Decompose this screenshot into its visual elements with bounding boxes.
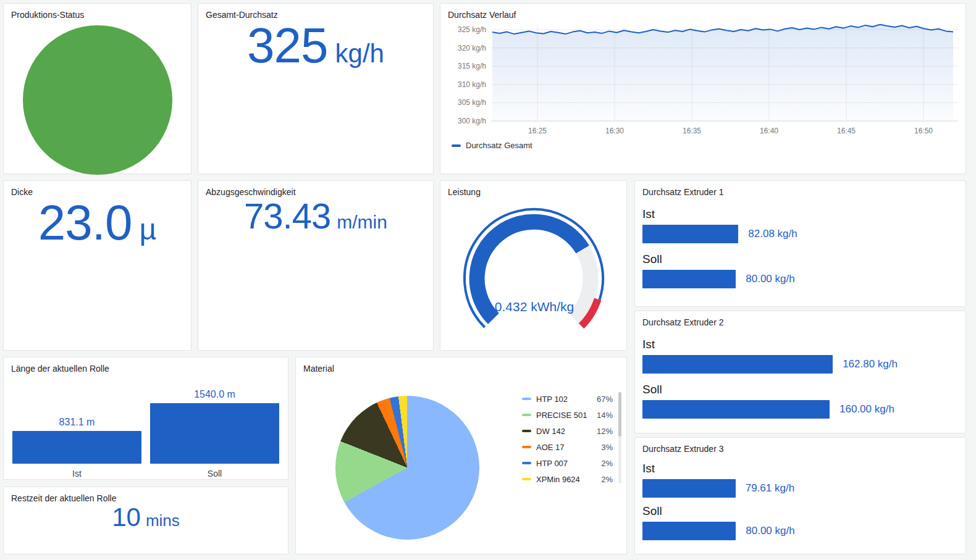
ist-bar bbox=[642, 225, 738, 243]
legend-percent: 2% bbox=[601, 475, 613, 484]
legend-scrollbar-thumb[interactable] bbox=[618, 392, 621, 437]
bargauge-row: 162.80 kg/h bbox=[642, 355, 958, 374]
stat-unit: mins bbox=[146, 511, 180, 530]
stat-value: 10 bbox=[112, 504, 141, 530]
status-indicator-circle bbox=[23, 25, 172, 175]
bargauge-label-soll: Soll bbox=[642, 504, 958, 518]
ist-bar bbox=[642, 355, 833, 374]
series-color-dash-icon bbox=[452, 144, 461, 147]
panel-title: Durchsatz Extruder 3 bbox=[642, 443, 958, 455]
svg-text:310 kg/h: 310 kg/h bbox=[458, 80, 486, 89]
soll-value: 160.00 kg/h bbox=[839, 403, 894, 416]
stat-unit: kg/h bbox=[335, 39, 384, 69]
legend-item[interactable]: XPMin 9624 2% bbox=[522, 471, 613, 487]
bargauge-label-soll: Soll bbox=[642, 383, 958, 396]
stat-value-group: 325 kg/h bbox=[206, 21, 426, 169]
legend-item[interactable]: DW 142 12% bbox=[522, 423, 613, 439]
timeseries-legend-item[interactable]: Durchsatz Gesamt bbox=[452, 141, 958, 150]
legend-label: PRECISE 501 bbox=[536, 411, 587, 420]
category-label-soll: Soll bbox=[150, 469, 279, 479]
gauge-canvas bbox=[448, 201, 621, 344]
pie-chart bbox=[335, 396, 479, 540]
gauge-value: 0.432 kWh/kg bbox=[448, 299, 621, 314]
svg-text:16:50: 16:50 bbox=[914, 127, 933, 135]
soll-value: 80.00 kg/h bbox=[746, 273, 794, 285]
bar-column-soll: 1540.0 m bbox=[150, 389, 279, 464]
panel-title: Produktions-Status bbox=[11, 9, 183, 21]
bargauge-label-soll: Soll bbox=[642, 253, 958, 266]
timeseries-chart-canvas[interactable]: 325 kg/h320 kg/h315 kg/h310 kg/h305 kg/h… bbox=[448, 22, 958, 138]
legend-color-dash-icon bbox=[522, 462, 531, 464]
panel-dicke: Dicke 23.0 µ bbox=[3, 180, 191, 351]
stat-unit: m/min bbox=[337, 212, 387, 233]
bargauge-label-ist: Ist bbox=[642, 207, 958, 221]
legend-label: HTP 102 bbox=[536, 395, 568, 404]
svg-text:320 kg/h: 320 kg/h bbox=[458, 44, 486, 52]
svg-text:16:35: 16:35 bbox=[683, 127, 701, 135]
svg-text:325 kg/h: 325 kg/h bbox=[458, 25, 486, 34]
series-legend-label: Durchsatz Gesamt bbox=[466, 141, 532, 150]
panel-title: Länge der aktuellen Rolle bbox=[11, 362, 280, 375]
legend-item[interactable]: PRECISE 501 14% bbox=[522, 407, 613, 423]
svg-text:300 kg/h: 300 kg/h bbox=[458, 117, 486, 125]
soll-bar bbox=[150, 403, 279, 464]
soll-bar bbox=[642, 522, 736, 540]
bargauge-row: 160.00 kg/h bbox=[642, 400, 958, 419]
svg-text:16:45: 16:45 bbox=[837, 127, 856, 135]
soll-bar bbox=[642, 400, 830, 419]
legend-color-dash-icon bbox=[522, 430, 531, 432]
gauge-chart: 0.432 kWh/kg bbox=[448, 201, 621, 344]
legend-percent: 2% bbox=[601, 459, 613, 468]
ist-bar bbox=[12, 431, 141, 464]
bargauge-row: 80.00 kg/h bbox=[642, 270, 958, 288]
bargauge-row: 82.08 kg/h bbox=[642, 225, 958, 243]
bargauge-row: 80.00 kg/h bbox=[642, 522, 958, 540]
svg-text:305 kg/h: 305 kg/h bbox=[458, 98, 486, 107]
soll-value: 80.00 kg/h bbox=[746, 525, 794, 537]
bargauge-label-ist: Ist bbox=[642, 338, 958, 351]
ist-value: 82.08 kg/h bbox=[748, 228, 797, 240]
legend-percent: 67% bbox=[597, 395, 613, 404]
svg-text:16:30: 16:30 bbox=[605, 127, 624, 135]
panel-durchsatz-extruder-3: Durchsatz Extruder 3 Ist 79.61 kg/h Soll… bbox=[634, 437, 966, 554]
legend-item[interactable]: AOE 17 3% bbox=[522, 439, 613, 455]
legend-scrollbar[interactable] bbox=[618, 392, 621, 483]
panel-durchsatz-extruder-2: Durchsatz Extruder 2 Ist 162.80 kg/h Sol… bbox=[634, 311, 966, 433]
bar-value-label: 1540.0 m bbox=[194, 389, 235, 400]
legend-label: HTP 007 bbox=[536, 459, 568, 468]
legend-percent: 3% bbox=[601, 443, 613, 452]
stat-value-group: 10 mins bbox=[11, 504, 280, 549]
panel-produktions-status: Produktions-Status bbox=[3, 3, 191, 174]
panel-gesamt-durchsatz: Gesamt-Durchsatz 325 kg/h bbox=[198, 3, 434, 174]
ist-bar bbox=[642, 479, 736, 498]
legend-percent: 14% bbox=[597, 411, 613, 420]
bar-value-label: 831.1 m bbox=[59, 417, 95, 428]
legend-label: AOE 17 bbox=[536, 443, 565, 452]
ist-value: 79.61 kg/h bbox=[746, 482, 794, 495]
stat-value: 23.0 bbox=[38, 198, 132, 248]
legend-color-dash-icon bbox=[522, 398, 531, 400]
legend-item[interactable]: HTP 007 2% bbox=[522, 455, 613, 471]
bar-column-ist: 831.1 m bbox=[12, 417, 141, 464]
panel-title: Durchsatz Verlauf bbox=[448, 9, 958, 21]
panel-title: Leistung bbox=[448, 186, 619, 198]
panel-restzeit: Restzeit der aktuellen Rolle 10 mins bbox=[3, 487, 288, 554]
bargauge-label-ist: Ist bbox=[642, 462, 958, 475]
svg-text:16:25: 16:25 bbox=[528, 127, 547, 135]
stat-value: 73.43 bbox=[244, 198, 330, 234]
roll-length-bar-chart: 831.1 m 1540.0 m bbox=[11, 377, 280, 464]
legend-color-dash-icon bbox=[522, 414, 531, 416]
bargauge-row: 79.61 kg/h bbox=[642, 479, 958, 498]
soll-bar bbox=[642, 270, 736, 288]
panel-abzugsgeschwindigkeit: Abzugsgeschwindigkeit 73.43 m/min bbox=[198, 180, 434, 351]
legend-item[interactable]: HTP 102 67% bbox=[522, 391, 613, 407]
panel-material: Material HTP 102 67% PRECISE 501 14% DW … bbox=[295, 357, 627, 554]
ist-value: 162.80 kg/h bbox=[843, 358, 898, 370]
panel-leistung: Leistung 0.432 kWh/kg bbox=[440, 180, 627, 351]
panel-title: Restzeit der aktuellen Rolle bbox=[11, 492, 280, 504]
bar-category-axis: Ist Soll bbox=[11, 469, 280, 479]
svg-text:16:40: 16:40 bbox=[760, 127, 778, 135]
panel-durchsatz-verlauf: Durchsatz Verlauf 325 kg/h320 kg/h315 kg… bbox=[440, 3, 966, 174]
legend-label: XPMin 9624 bbox=[536, 475, 580, 484]
stat-value: 325 bbox=[247, 21, 327, 70]
